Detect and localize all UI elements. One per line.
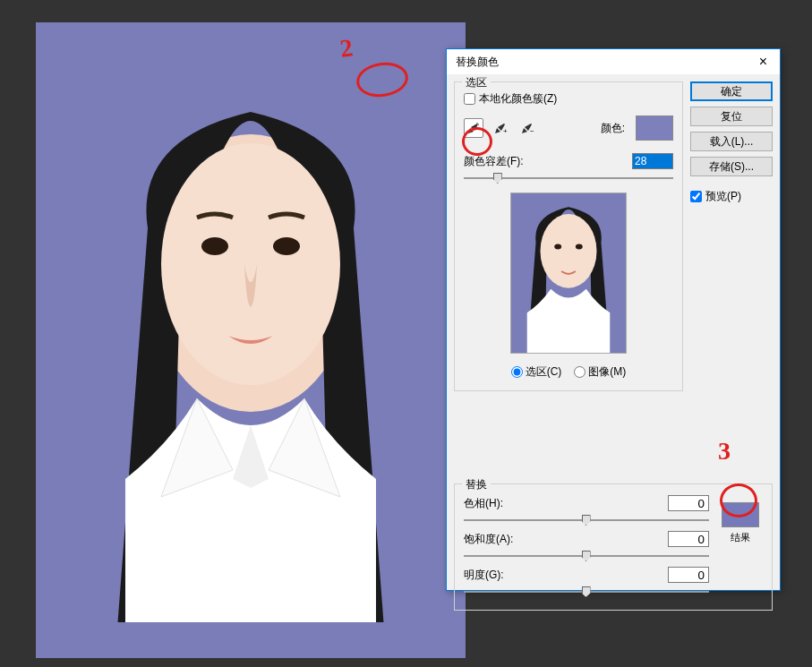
svg-text:−: − bbox=[530, 127, 534, 135]
dialog-title-text: 替换颜色 bbox=[456, 55, 499, 70]
hue-input[interactable] bbox=[668, 495, 709, 511]
replacement-group: 替换 色相(H): 饱和度(A): 明度(G) bbox=[454, 483, 773, 611]
preview-checkbox[interactable] bbox=[690, 191, 702, 202]
selection-legend: 选区 bbox=[462, 75, 491, 90]
result-label: 结果 bbox=[731, 531, 750, 544]
load-button[interactable]: 载入(L)... bbox=[690, 132, 773, 151]
hue-slider[interactable] bbox=[464, 513, 709, 526]
replacement-legend: 替换 bbox=[462, 477, 491, 492]
radio-selection[interactable]: 选区(C) bbox=[511, 364, 562, 380]
result-color-swatch[interactable] bbox=[722, 502, 759, 527]
radio-selection-input[interactable] bbox=[511, 366, 523, 378]
svg-point-2 bbox=[161, 143, 340, 385]
localized-label: 本地化颜色簇(Z) bbox=[479, 91, 557, 107]
localized-checkbox-row[interactable]: 本地化颜色簇(Z) bbox=[464, 91, 673, 107]
light-input[interactable] bbox=[668, 567, 709, 583]
annotation-3: 3 bbox=[718, 437, 731, 466]
fuzziness-slider[interactable] bbox=[464, 171, 673, 185]
sat-slider[interactable] bbox=[464, 549, 709, 561]
svg-point-10 bbox=[576, 244, 583, 250]
svg-point-3 bbox=[201, 237, 228, 255]
preview-checkbox-row[interactable]: 预览(P) bbox=[690, 189, 773, 204]
id-photo-portrait bbox=[81, 67, 421, 622]
sat-label: 饱和度(A): bbox=[464, 532, 517, 547]
selection-group: 选区 本地化颜色簇(Z) + − 颜色: bbox=[454, 81, 683, 391]
reset-button[interactable]: 复位 bbox=[690, 107, 773, 126]
save-button[interactable]: 存储(S)... bbox=[690, 157, 773, 176]
sample-color-swatch[interactable] bbox=[636, 115, 673, 141]
light-slider[interactable] bbox=[464, 585, 709, 597]
canvas-area[interactable] bbox=[36, 22, 466, 658]
fuzziness-input[interactable] bbox=[632, 153, 673, 169]
selection-preview-thumbnail[interactable] bbox=[510, 192, 627, 354]
fuzziness-label: 颜色容差(F): bbox=[464, 154, 524, 169]
eyedropper-subtract-tool[interactable]: − bbox=[517, 118, 537, 138]
radio-image[interactable]: 图像(M) bbox=[574, 364, 626, 380]
light-label: 明度(G): bbox=[464, 568, 517, 583]
svg-point-8 bbox=[540, 214, 596, 288]
eyedropper-tool[interactable] bbox=[464, 118, 483, 138]
close-button[interactable]: × bbox=[752, 54, 774, 70]
color-label: 颜色: bbox=[601, 121, 625, 136]
svg-text:+: + bbox=[503, 127, 508, 135]
dialog-titlebar[interactable]: 替换颜色 × bbox=[447, 49, 780, 74]
ok-button[interactable]: 确定 bbox=[690, 81, 773, 101]
eyedropper-add-tool[interactable]: + bbox=[491, 118, 510, 138]
svg-point-4 bbox=[273, 237, 300, 255]
svg-point-9 bbox=[554, 244, 561, 250]
localized-checkbox[interactable] bbox=[464, 93, 475, 105]
preview-label: 预览(P) bbox=[705, 189, 741, 204]
replace-color-dialog: 替换颜色 × 选区 本地化颜色簇(Z) + bbox=[446, 48, 781, 591]
radio-image-input[interactable] bbox=[574, 366, 585, 378]
sat-input[interactable] bbox=[668, 531, 709, 547]
hue-label: 色相(H): bbox=[464, 496, 517, 511]
